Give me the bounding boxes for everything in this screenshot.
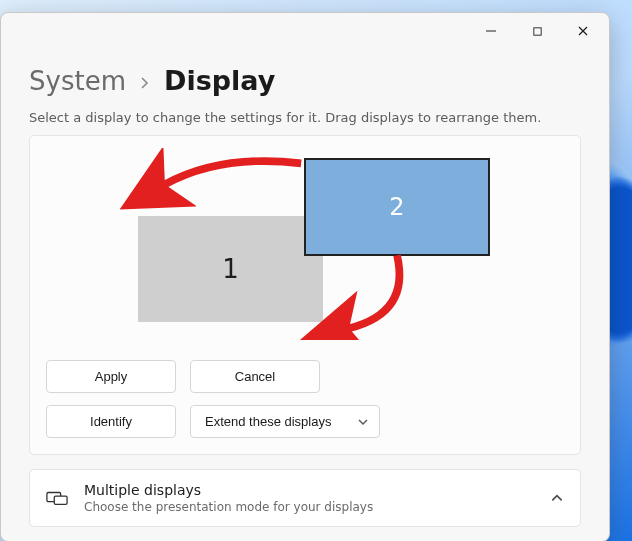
minimize-icon	[485, 25, 497, 37]
breadcrumb-parent[interactable]: System	[29, 66, 126, 96]
multiple-displays-desc: Choose the presentation mode for your di…	[84, 500, 534, 514]
minimize-button[interactable]	[469, 16, 513, 46]
display-mode-label: Extend these displays	[205, 414, 331, 429]
close-icon	[577, 25, 589, 37]
maximize-icon	[532, 26, 543, 37]
settings-window: System Display Select a display to chang…	[0, 12, 610, 541]
page-title: Display	[164, 65, 275, 96]
display-arrangement-panel: 1 2 Apply Cancel	[29, 135, 581, 455]
cancel-button[interactable]: Cancel	[190, 360, 320, 393]
breadcrumb: System Display	[29, 65, 581, 96]
close-button[interactable]	[561, 16, 605, 46]
apply-cancel-row: Apply Cancel	[46, 360, 564, 393]
identify-button[interactable]: Identify	[46, 405, 176, 438]
monitor-2-label: 2	[389, 193, 404, 221]
instruction-text: Select a display to change the settings …	[29, 110, 581, 125]
multiple-displays-icon	[46, 487, 68, 509]
content-area: System Display Select a display to chang…	[1, 49, 609, 537]
section-text: Multiple displays Choose the presentatio…	[84, 482, 534, 514]
chevron-down-icon	[357, 416, 369, 428]
apply-button[interactable]: Apply	[46, 360, 176, 393]
multiple-displays-title: Multiple displays	[84, 482, 534, 498]
chevron-up-icon	[550, 491, 564, 505]
chevron-right-icon	[140, 73, 150, 94]
display-mode-select[interactable]: Extend these displays	[190, 405, 380, 438]
multiple-displays-section[interactable]: Multiple displays Choose the presentatio…	[29, 469, 581, 527]
monitor-1[interactable]: 1	[138, 216, 323, 322]
svg-rect-5	[54, 496, 67, 504]
monitor-2[interactable]: 2	[304, 158, 490, 256]
maximize-button[interactable]	[515, 16, 559, 46]
identify-mode-row: Identify Extend these displays	[46, 405, 564, 438]
monitor-1-label: 1	[222, 254, 239, 284]
svg-rect-1	[533, 27, 540, 34]
titlebar	[1, 13, 609, 49]
displays-area[interactable]: 1 2	[46, 148, 564, 348]
